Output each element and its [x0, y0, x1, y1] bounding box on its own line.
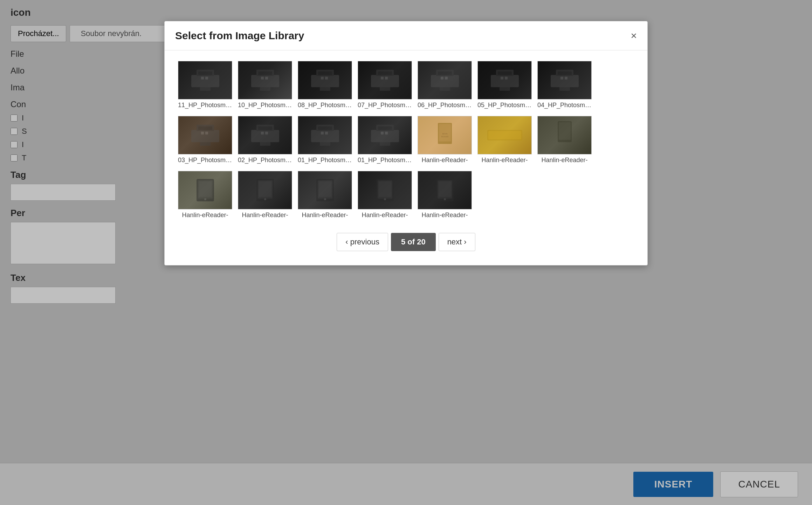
svg-rect-28	[441, 77, 443, 79]
image-label: Hanlin-eReader-	[421, 212, 468, 219]
image-thumbnail	[178, 116, 232, 154]
image-label: 02_HP_Photosmart_Pre	[238, 157, 292, 164]
svg-text:READER: READER	[441, 136, 448, 138]
svg-rect-58	[321, 132, 324, 134]
svg-rect-29	[445, 77, 448, 79]
svg-rect-2	[198, 71, 212, 75]
image-thumbnail	[298, 171, 352, 209]
image-item[interactable]: Hanlin-eReader-	[358, 171, 412, 219]
image-thumbnail	[238, 61, 292, 99]
modal-header: Select from Image Library ×	[165, 21, 647, 50]
image-thumbnail	[298, 61, 352, 99]
modal-title: Select from Image Library	[175, 30, 304, 42]
image-item[interactable]: 11_HP_Photosmart_Pre	[178, 61, 232, 109]
image-item[interactable]: 01_HP_Photosmart_Pre	[298, 116, 352, 164]
svg-rect-5	[205, 77, 208, 79]
image-thumbnail	[537, 61, 592, 99]
image-thumbnail	[418, 61, 472, 99]
svg-rect-27	[440, 87, 450, 91]
image-item[interactable]: 08_HP_Photosmart_Pre	[298, 61, 352, 109]
image-thumbnail	[537, 116, 592, 154]
svg-rect-36	[551, 75, 579, 87]
image-label: Hanlin-eReader-	[481, 157, 528, 164]
svg-rect-22	[381, 77, 384, 79]
image-thumbnail	[238, 116, 292, 154]
svg-rect-52	[261, 132, 264, 134]
image-grid: 11_HP_Photosmart_Pre 10_HP_Photosmart_Pr…	[175, 61, 637, 226]
svg-rect-88	[379, 181, 391, 197]
svg-rect-76	[199, 181, 212, 197]
image-item[interactable]: 06_HP_Photosmart_Pre	[418, 61, 472, 109]
modal-close-button[interactable]: ×	[631, 30, 637, 41]
svg-rect-44	[198, 126, 212, 130]
svg-point-85	[324, 198, 326, 200]
image-thumbnail	[418, 171, 472, 209]
svg-rect-64	[381, 132, 384, 134]
image-label: 10_HP_Photosmart_Pre	[238, 102, 292, 109]
image-item[interactable]: 03_HP_Photosmart_Pre	[178, 116, 232, 164]
svg-rect-4	[201, 77, 204, 79]
image-item[interactable]: 05_HP_Photosmart_Pre	[477, 61, 532, 109]
svg-text:MAIN: MAIN	[442, 133, 447, 135]
image-label: 01_HP_Photosmart_Pre	[298, 157, 352, 164]
image-item[interactable]: Hanlin-eReader-	[298, 171, 352, 219]
image-item[interactable]: 04_HP_Photosmart_Pre	[537, 61, 592, 109]
svg-rect-9	[260, 87, 270, 91]
image-label: Hanlin-eReader-	[302, 212, 348, 219]
svg-rect-92	[439, 181, 451, 197]
image-label: 04_HP_Photosmart_Pre	[537, 102, 592, 109]
image-thumbnail	[477, 61, 532, 99]
image-label: 01_HP_Photosmart_Pre	[358, 157, 412, 164]
svg-rect-24	[431, 75, 459, 87]
svg-rect-71	[488, 131, 521, 139]
svg-rect-60	[371, 130, 399, 142]
svg-rect-57	[320, 142, 330, 146]
svg-rect-10	[261, 77, 264, 79]
svg-rect-30	[491, 75, 519, 87]
next-page-button[interactable]: next ›	[439, 233, 475, 251]
svg-rect-12	[311, 75, 339, 87]
image-thumbnail	[358, 171, 412, 209]
image-item[interactable]: MAIN READER Hanlin-eReader-	[418, 116, 472, 164]
image-item[interactable]: 02_HP_Photosmart_Pre	[238, 116, 292, 164]
image-thumbnail	[178, 171, 232, 209]
svg-rect-11	[265, 77, 268, 79]
svg-rect-50	[258, 126, 272, 130]
svg-rect-46	[201, 132, 204, 134]
image-label: 05_HP_Photosmart_Pre	[477, 102, 532, 109]
svg-rect-15	[320, 87, 330, 91]
svg-rect-21	[380, 87, 390, 91]
image-item[interactable]: Hanlin-eReader-	[477, 116, 532, 164]
svg-rect-45	[200, 142, 211, 146]
image-item[interactable]: 10_HP_Photosmart_Pre	[238, 61, 292, 109]
svg-point-77	[204, 198, 206, 200]
modal-overlay: Select from Image Library × 11_HP_Photos…	[0, 0, 812, 505]
image-item[interactable]: Hanlin-eReader-	[537, 116, 592, 164]
image-label: Hanlin-eReader-	[362, 212, 408, 219]
image-label: Hanlin-eReader-	[242, 212, 288, 219]
svg-rect-38	[558, 71, 572, 75]
svg-point-93	[444, 198, 446, 200]
image-item[interactable]: Hanlin-eReader-	[238, 171, 292, 219]
image-label: Hanlin-eReader-	[182, 212, 228, 219]
image-item[interactable]: Hanlin-eReader-	[178, 171, 232, 219]
image-item[interactable]: 01_HP_Photosmart_Pre	[358, 116, 412, 164]
svg-rect-33	[500, 87, 510, 91]
image-item[interactable]: 07_HP_Photosmart_Pre	[358, 61, 412, 109]
svg-rect-16	[321, 77, 324, 79]
svg-rect-54	[311, 130, 339, 142]
svg-rect-8	[258, 71, 272, 75]
svg-rect-6	[251, 75, 279, 87]
pagination: ‹ previous 5 of 20 next ›	[175, 233, 637, 255]
svg-point-89	[384, 198, 386, 200]
image-item[interactable]: Hanlin-eReader-	[418, 171, 472, 219]
svg-rect-3	[200, 87, 211, 91]
svg-rect-26	[438, 71, 452, 75]
svg-rect-56	[318, 126, 332, 130]
image-thumbnail	[358, 61, 412, 99]
svg-point-81	[264, 198, 266, 200]
image-thumbnail	[477, 116, 532, 154]
svg-rect-42	[191, 130, 219, 142]
svg-rect-40	[560, 77, 563, 79]
previous-page-button[interactable]: ‹ previous	[337, 233, 388, 251]
